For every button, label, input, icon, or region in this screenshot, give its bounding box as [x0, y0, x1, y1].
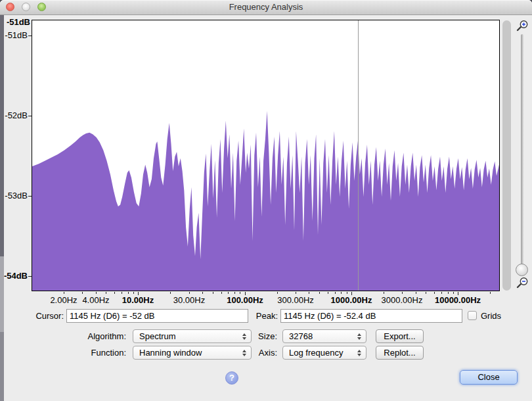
axis-select[interactable]: Log frequency	[282, 346, 366, 360]
minimize-window-button[interactable]	[22, 3, 30, 11]
y-tick-label: -53dB	[0, 191, 28, 201]
x-tick	[416, 292, 416, 294]
x-tick	[202, 292, 203, 294]
window-controls	[6, 3, 46, 11]
peak-readout-field[interactable]	[280, 309, 462, 323]
x-tick	[114, 292, 115, 294]
y-tick	[28, 276, 32, 277]
x-tick-label: 10000.00Hz	[428, 295, 487, 305]
algorithm-select-value: Spectrum	[139, 331, 176, 341]
background-window-edge-mid	[0, 256, 4, 332]
x-tick	[441, 292, 442, 294]
x-tick	[448, 292, 449, 294]
zoom-slider-thumb[interactable]	[516, 264, 528, 276]
x-tick	[234, 292, 235, 294]
cursor-label: Cursor:	[25, 309, 64, 323]
zoom-slider[interactable]	[521, 34, 523, 266]
close-button[interactable]: Close	[460, 370, 518, 385]
grids-checkbox[interactable]	[468, 311, 477, 320]
x-tick	[64, 292, 64, 294]
titlebar[interactable]: Frequency Analysis	[0, 0, 532, 15]
zoom-window-button[interactable]	[37, 3, 46, 11]
help-button[interactable]: ?	[225, 371, 238, 385]
x-tick	[128, 292, 129, 294]
x-tick	[228, 292, 229, 294]
function-select[interactable]: Hanning window	[133, 346, 252, 360]
function-label: Function:	[66, 346, 126, 360]
x-tick	[347, 292, 347, 294]
window-title: Frequency Analysis	[0, 0, 532, 14]
stepper-arrows-icon	[242, 333, 246, 340]
y-tick-label: -54dB	[0, 271, 28, 281]
x-tick	[490, 292, 491, 294]
grids-label: Grids	[481, 309, 510, 323]
x-tick	[133, 292, 134, 294]
stepper-arrows-icon	[357, 333, 361, 340]
x-tick	[189, 292, 190, 294]
x-tick	[96, 292, 97, 294]
x-tick	[402, 292, 403, 294]
x-tick	[277, 292, 278, 294]
x-tick	[221, 292, 222, 294]
stepper-arrows-icon	[357, 350, 361, 356]
axis-select-value: Log frequency	[289, 348, 343, 358]
vertical-scrollbar[interactable]	[502, 20, 511, 291]
cursor-readout-field[interactable]	[66, 309, 248, 323]
zoom-out-icon[interactable]	[516, 277, 529, 290]
peak-label: Peak:	[250, 309, 278, 323]
x-tick-label: 30.00Hz	[160, 295, 219, 305]
x-tick	[106, 292, 106, 294]
x-tick	[328, 292, 328, 294]
size-label: Size:	[250, 329, 277, 343]
replot-button[interactable]: Replot...	[376, 346, 424, 360]
x-tick	[309, 292, 309, 294]
zoom-in-icon[interactable]	[516, 20, 529, 33]
spectrum-area	[32, 111, 499, 291]
spectrum-plot[interactable]	[32, 20, 500, 291]
y-tick-label: -51dB	[0, 30, 28, 41]
x-tick	[384, 292, 384, 294]
axis-label: Axis:	[250, 346, 277, 360]
size-select-value: 32768	[289, 331, 313, 341]
stepper-arrows-icon	[242, 350, 246, 356]
function-select-value: Hanning window	[139, 348, 202, 358]
x-tick	[335, 292, 336, 294]
x-tick	[453, 292, 454, 294]
background-window-edge	[0, 15, 4, 401]
y-tick	[28, 35, 32, 36]
x-tick	[213, 292, 213, 294]
x-tick-label: 3000.00Hz	[372, 295, 432, 305]
y-tick	[28, 116, 32, 116]
y-axis-unit-label: -51dB	[3, 17, 30, 27]
background-window-edge-low	[0, 332, 4, 401]
x-tick	[122, 292, 122, 294]
size-select[interactable]: 32768	[282, 329, 366, 343]
frequency-analysis-window: Frequency Analysis -51dB -51dB-52dB-53dB…	[0, 0, 532, 401]
close-window-button[interactable]	[6, 3, 14, 11]
x-tick-label: 300.00Hz	[266, 295, 325, 305]
x-tick	[319, 292, 320, 294]
x-tick	[296, 292, 296, 294]
x-tick-label: 10.00Hz	[108, 295, 167, 305]
x-tick	[82, 292, 83, 294]
y-tick	[28, 196, 32, 197]
x-tick	[170, 292, 171, 294]
x-tick	[434, 292, 435, 294]
algorithm-label: Algorithm:	[66, 329, 126, 343]
x-tick	[341, 292, 342, 294]
y-tick-label: -52dB	[0, 110, 28, 121]
export-button[interactable]: Export...	[376, 329, 424, 343]
x-tick	[426, 292, 426, 294]
algorithm-select[interactable]: Spectrum	[133, 329, 252, 343]
x-tick	[240, 292, 240, 294]
